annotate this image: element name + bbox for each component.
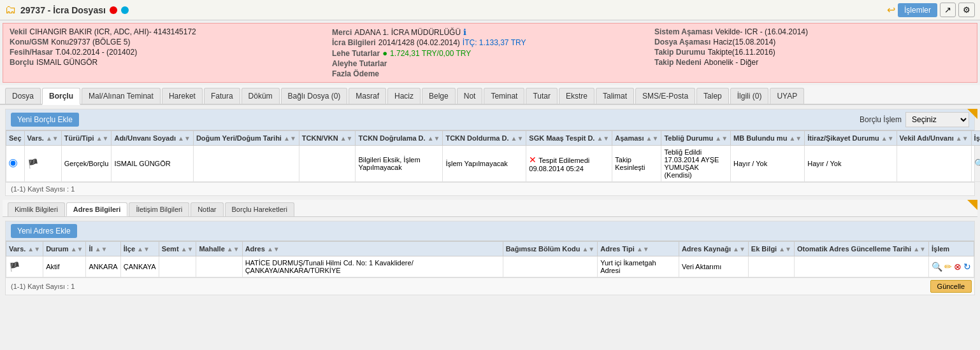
takip-label: Takip Durumu bbox=[654, 48, 705, 57]
green-circle-icon: ● bbox=[382, 48, 387, 58]
adres-row-islem: 🔍 ✏ ⊗ ↻ bbox=[928, 256, 974, 277]
adres-row-ilce: ÇANKAYA bbox=[120, 256, 159, 277]
col-itiraz: İtiraz/Şikayet Durumu ▲▼ bbox=[805, 131, 897, 146]
tab-teminat[interactable]: Teminat bbox=[484, 88, 524, 104]
row-turu-tipi: Gerçek/Borçlu bbox=[61, 146, 112, 182]
col-tckn-doldurma: TCKN Doldurma D. ▲▼ bbox=[443, 131, 526, 146]
borclu-table-header-row: Seç Vars. ▲▼ Türü/Tipi ▲▼ Adı/Unvanı Soy… bbox=[6, 131, 981, 146]
tab-haciz[interactable]: Haciz bbox=[387, 88, 421, 104]
tab-borclu[interactable]: Borçlu bbox=[42, 88, 80, 105]
lehe-value: 1.724,31 TRY/0,00 TRY bbox=[390, 49, 471, 58]
borclu-islem-control: Borçlu İşlem Seçiniz bbox=[860, 112, 969, 127]
tab-talep[interactable]: Talep bbox=[696, 88, 729, 104]
col-sec: Seç bbox=[6, 131, 25, 146]
tab-not[interactable]: Not bbox=[457, 88, 483, 104]
fesih-label: Fesih/Hasar bbox=[10, 48, 53, 57]
merci-label: Merci bbox=[332, 28, 352, 37]
sub-tab-iletisim[interactable]: İletişim Bilgileri bbox=[129, 202, 189, 216]
adres-section-wrapper: Yeni Adres Ekle Vars. ▲▼ Durum ▲▼ İl ▲▼ … bbox=[3, 221, 977, 295]
neden-value: Abonelik - Diğer bbox=[704, 58, 758, 67]
tab-ilgili[interactable]: İlgili (0) bbox=[730, 88, 769, 104]
itc-value: İTÇ: 1.133,37 TRY bbox=[463, 38, 526, 47]
sistem-label: Sistem Aşaması bbox=[654, 27, 713, 36]
borclu-label: Borçlu bbox=[10, 58, 34, 67]
tab-mal-alinan-teminat[interactable]: Mal/Alınan Teminat bbox=[82, 88, 161, 104]
row-vekil bbox=[897, 146, 971, 182]
adres-row-tipi: Yurt içi İkametgah Adresi bbox=[598, 256, 679, 277]
info-icra-row: İcra Bilgileri 2014/1428 (04.02.2014) İT… bbox=[332, 38, 648, 47]
col-sgk-maas: SGK Maaş Tespit D. ▲▼ bbox=[526, 131, 612, 146]
flag-icon: 🏴 bbox=[27, 158, 38, 169]
borclu-islem-select[interactable]: Seçiniz bbox=[905, 112, 969, 127]
tab-sms-eposta[interactable]: SMS/E-Posta bbox=[635, 88, 695, 104]
adres-edit-icon[interactable]: ✏ bbox=[944, 262, 952, 272]
adres-row-il: ANKARA bbox=[86, 256, 120, 277]
tab-talimat[interactable]: Talimat bbox=[596, 88, 634, 104]
adres-row-semt bbox=[159, 256, 196, 277]
row-mb: Hayır / Yok bbox=[731, 146, 805, 182]
tab-ekstre[interactable]: Ekstre bbox=[559, 88, 594, 104]
row-radio[interactable] bbox=[9, 159, 17, 167]
col-turu-tipi: Türü/Tipi ▲▼ bbox=[61, 131, 112, 146]
islemler-button[interactable]: İşlemler bbox=[898, 3, 937, 17]
adres-col-il: İl ▲▼ bbox=[86, 242, 120, 256]
sub-tab-adres[interactable]: Adres Bilgileri bbox=[66, 202, 128, 216]
row-sec bbox=[6, 146, 25, 182]
info-fesih-row: Fesih/Hasar T.04.02.2014 - (201402) bbox=[10, 48, 326, 57]
adres-col-tipi: Adres Tipi ▲▼ bbox=[598, 242, 679, 256]
adres-col-kaynagi: Adres Kaynağı ▲▼ bbox=[679, 242, 748, 256]
adres-row-oto-guncelleme bbox=[795, 256, 929, 277]
yeni-adres-ekle-button[interactable]: Yeni Adres Ekle bbox=[11, 224, 77, 238]
row-itiraz: Hayır / Yok bbox=[805, 146, 897, 182]
adres-section-header: Yeni Adres Ekle bbox=[6, 221, 974, 241]
tab-dosya[interactable]: Dosya bbox=[5, 88, 41, 104]
search-icon[interactable]: 🔍 bbox=[974, 158, 980, 169]
info-takip-row: Takip Durumu Takipte(16.11.2016) bbox=[654, 48, 970, 57]
adres-col-adres: Adres ▲▼ bbox=[242, 242, 503, 256]
col-dogum: Doğum Yeri/Doğum Tarihi ▲▼ bbox=[193, 131, 299, 146]
info-circle-icon[interactable]: ℹ bbox=[463, 27, 466, 37]
external-link-icon[interactable]: ↗ bbox=[940, 3, 956, 17]
adres-col-bagimsiz: Bağımsız Bölüm Kodu ▲▼ bbox=[503, 242, 598, 256]
tab-uyap[interactable]: UYAP bbox=[770, 88, 804, 104]
main-tabs-bar: Dosya Borçlu Mal/Alınan Teminat Hareket … bbox=[0, 85, 980, 105]
tab-dokum[interactable]: Döküm bbox=[241, 88, 280, 104]
adres-refresh-icon[interactable]: ↻ bbox=[963, 262, 971, 272]
dosya-label: Dosya Aşaması bbox=[654, 38, 710, 46]
sub-tab-notlar[interactable]: Notlar bbox=[191, 202, 223, 216]
tab-masraf[interactable]: Masraf bbox=[349, 88, 386, 104]
info-merci-row: Merci ADANA 1. İCRA MÜDÜRLÜĞÜ ℹ bbox=[332, 27, 648, 37]
borclu-section-header: Yeni Borçlu Ekle Borçlu İşlem Seçiniz bbox=[6, 109, 974, 130]
yeni-borclu-ekle-button[interactable]: Yeni Borçlu Ekle bbox=[11, 113, 79, 127]
tab-fatura[interactable]: Fatura bbox=[204, 88, 240, 104]
dosya-value: Haciz(15.08.2014) bbox=[713, 38, 775, 46]
guncelle-button[interactable]: Güncelle bbox=[930, 280, 972, 293]
info-dosya-row: Dosya Aşaması Haciz(15.08.2014) bbox=[654, 38, 970, 46]
row-islem: 🔍 ✏ ⊗ ↻ bbox=[971, 146, 980, 182]
adres-row-mahalle bbox=[196, 256, 242, 277]
borclu-islem-label: Borçlu İşlem bbox=[860, 115, 902, 124]
settings-icon[interactable]: ⚙ bbox=[958, 3, 975, 17]
tab-belge[interactable]: Belge bbox=[422, 88, 456, 104]
sub-tab-hareketleri[interactable]: Borçlu Hareketleri bbox=[225, 202, 294, 216]
back-arrow-icon[interactable]: ↩ bbox=[887, 4, 895, 16]
info-col-3: Sistem Aşaması Vekilde- ICR - (16.04.201… bbox=[654, 27, 970, 78]
aleyhe-label: Aleyhe Tutarlar bbox=[332, 59, 387, 68]
tab-hareket[interactable]: Hareket bbox=[162, 88, 203, 104]
col-asamasi: Aşaması ▲▼ bbox=[612, 131, 661, 146]
info-konu-row: Konu/GSM Konu29737 (BÖLGE 5) bbox=[10, 38, 326, 46]
sistem-value: Vekilde- ICR - (16.04.2014) bbox=[716, 27, 808, 36]
tab-tutar[interactable]: Tutar bbox=[526, 88, 558, 104]
adres-search-icon[interactable]: 🔍 bbox=[932, 262, 942, 272]
tab-bagli-dosya[interactable]: Bağlı Dosya (0) bbox=[281, 88, 348, 104]
adres-delete-icon[interactable]: ⊗ bbox=[954, 262, 962, 272]
adres-footer: (1-1) Kayıt Sayısı : 1 Güncelle bbox=[6, 277, 974, 295]
borclu-table: Seç Vars. ▲▼ Türü/Tipi ▲▼ Adı/Unvanı Soy… bbox=[6, 130, 980, 182]
row-sgk-maas: ✕ Tespit Edilemedi 09.08.2014 05:24 bbox=[526, 146, 612, 182]
col-adi-soyadi: Adı/Unvanı Soyadı ▲▼ bbox=[112, 131, 193, 146]
adres-record-count: (1-1) Kayıt Sayısı : 1 bbox=[6, 280, 80, 293]
adres-row-vars: 🏴 bbox=[6, 256, 43, 277]
row-dogum bbox=[193, 146, 299, 182]
col-vekil: Vekil Adı/Unvanı ▲▼ bbox=[897, 131, 971, 146]
sub-tab-kimlik[interactable]: Kimlik Bilgileri bbox=[8, 202, 65, 216]
